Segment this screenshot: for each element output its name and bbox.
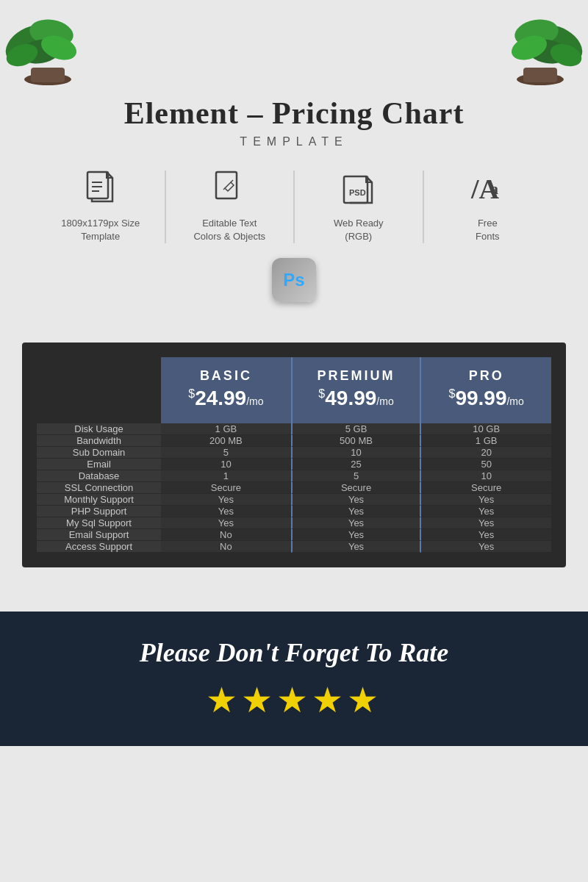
feature-fonts: /A a FreeFonts (424, 171, 552, 243)
basic-value-cell: 1 (161, 470, 291, 482)
edit-icon (215, 171, 244, 211)
table-row: Email 10 25 50 (37, 459, 551, 470)
pro-value-cell: Yes (421, 517, 551, 529)
table-row: Monthly Support Yes Yes Yes (37, 494, 551, 506)
basic-value-cell: Secure (161, 482, 291, 494)
basic-value-cell: 1 GB (161, 423, 291, 435)
premium-plan-price: $49.99/mo (300, 387, 413, 410)
plant-left (0, 0, 96, 88)
ps-badge: Ps (272, 258, 316, 302)
svg-line-20 (231, 180, 233, 182)
premium-header: PREMIUM $49.99/mo (291, 357, 422, 423)
basic-value-cell: No (161, 529, 291, 541)
label-cell: Monthly Support (37, 494, 161, 506)
table-row: SSL Connection Secure Secure Secure (37, 482, 551, 494)
document-icon (86, 171, 115, 211)
svg-line-19 (223, 188, 225, 190)
basic-plan-price: $24.99/mo (168, 387, 284, 410)
label-cell: My Sql Support (37, 517, 161, 529)
feature-psd: PSD Web Ready(RGB) (295, 171, 424, 243)
table-row: Access Support No Yes Yes (37, 541, 551, 553)
bottom-banner: Please Don't Forget To Rate ★★★★★ (0, 612, 588, 746)
premium-value-cell: Yes (291, 517, 422, 529)
feature-editable-text: Editable TextColors & Objects (193, 217, 265, 243)
svg-rect-14 (87, 172, 108, 198)
basic-value-cell: No (161, 541, 291, 553)
sub-title: TEMPLATE (0, 135, 588, 148)
premium-value-cell: Yes (291, 506, 422, 517)
pricing-table: BASIC $24.99/mo PREMIUM $49.99/mo PRO (37, 357, 551, 553)
label-cell: Email (37, 459, 161, 470)
table-row: Disk Usage 1 GB 5 GB 10 GB (37, 423, 551, 435)
table-row: Sub Domain 5 10 20 (37, 447, 551, 459)
svg-text:a: a (490, 179, 498, 198)
svg-rect-1 (31, 68, 65, 82)
basic-value-cell: 5 (161, 447, 291, 459)
svg-text:PSD: PSD (349, 188, 366, 197)
ps-badge-wrapper: Ps (0, 258, 588, 302)
premium-value-cell: 10 (291, 447, 422, 459)
feature-psd-text: Web Ready(RGB) (334, 217, 384, 243)
premium-plan-name: PREMIUM (300, 368, 413, 384)
label-cell: Sub Domain (37, 447, 161, 459)
feature-size-text: 1809x1179px SizeTemplate (61, 217, 140, 243)
basic-value-cell: Yes (161, 494, 291, 506)
pro-value-cell: Secure (421, 482, 551, 494)
basic-value-cell: Yes (161, 517, 291, 529)
label-cell: Access Support (37, 541, 161, 553)
main-title: Element – Pricing Chart (0, 96, 588, 131)
basic-value-cell: 10 (161, 459, 291, 470)
premium-value-cell: Yes (291, 494, 422, 506)
pro-value-cell: Yes (421, 529, 551, 541)
label-cell: Disk Usage (37, 423, 161, 435)
feature-fonts-text: FreeFonts (476, 217, 500, 243)
svg-rect-8 (523, 68, 557, 82)
pro-value-cell: 10 (421, 470, 551, 482)
plant-right (492, 0, 588, 88)
psd-icon: PSD (343, 171, 375, 211)
table-row: Bandwidth 200 MB 500 MB 1 GB (37, 435, 551, 447)
header-section: Element – Pricing Chart TEMPLATE 1809x11… (0, 0, 588, 343)
pro-plan-name: PRO (429, 368, 544, 384)
table-row: My Sql Support Yes Yes Yes (37, 517, 551, 529)
pro-header: PRO $99.99/mo (421, 357, 551, 423)
premium-value-cell: Secure (291, 482, 422, 494)
stars: ★★★★★ (15, 679, 573, 720)
label-cell: Bandwidth (37, 435, 161, 447)
pro-value-cell: Yes (421, 506, 551, 517)
premium-value-cell: 5 (291, 470, 422, 482)
pro-value-cell: 50 (421, 459, 551, 470)
premium-value-cell: 25 (291, 459, 422, 470)
label-cell: PHP Support (37, 506, 161, 517)
basic-value-cell: 200 MB (161, 435, 291, 447)
label-header-cell (37, 357, 161, 423)
header-row: BASIC $24.99/mo PREMIUM $49.99/mo PRO (37, 357, 551, 423)
premium-value-cell: Yes (291, 541, 422, 553)
feature-size: 1809x1179px SizeTemplate (37, 171, 166, 243)
label-cell: SSL Connection (37, 482, 161, 494)
feature-editable: Editable TextColors & Objects (166, 171, 295, 243)
table-row: Database 1 5 10 (37, 470, 551, 482)
basic-value-cell: Yes (161, 506, 291, 517)
label-cell: Database (37, 470, 161, 482)
pro-value-cell: Yes (421, 541, 551, 553)
premium-value-cell: 500 MB (291, 435, 422, 447)
pro-plan-price: $99.99/mo (429, 387, 544, 410)
pro-value-cell: Yes (421, 494, 551, 506)
premium-value-cell: 5 GB (291, 423, 422, 435)
rate-text: Please Don't Forget To Rate (15, 637, 573, 668)
pro-value-cell: 10 GB (421, 423, 551, 435)
basic-plan-name: BASIC (168, 368, 284, 384)
pro-value-cell: 1 GB (421, 435, 551, 447)
label-cell: Email Support (37, 529, 161, 541)
premium-value-cell: Yes (291, 529, 422, 541)
features-bar: 1809x1179px SizeTemplate Editable TextCo… (37, 171, 551, 243)
pro-value-cell: 20 (421, 447, 551, 459)
pricing-section: BASIC $24.99/mo PREMIUM $49.99/mo PRO (22, 343, 566, 567)
fonts-icon: /A a (470, 171, 505, 211)
table-row: PHP Support Yes Yes Yes (37, 506, 551, 517)
table-row: Email Support No Yes Yes (37, 529, 551, 541)
basic-header: BASIC $24.99/mo (161, 357, 291, 423)
